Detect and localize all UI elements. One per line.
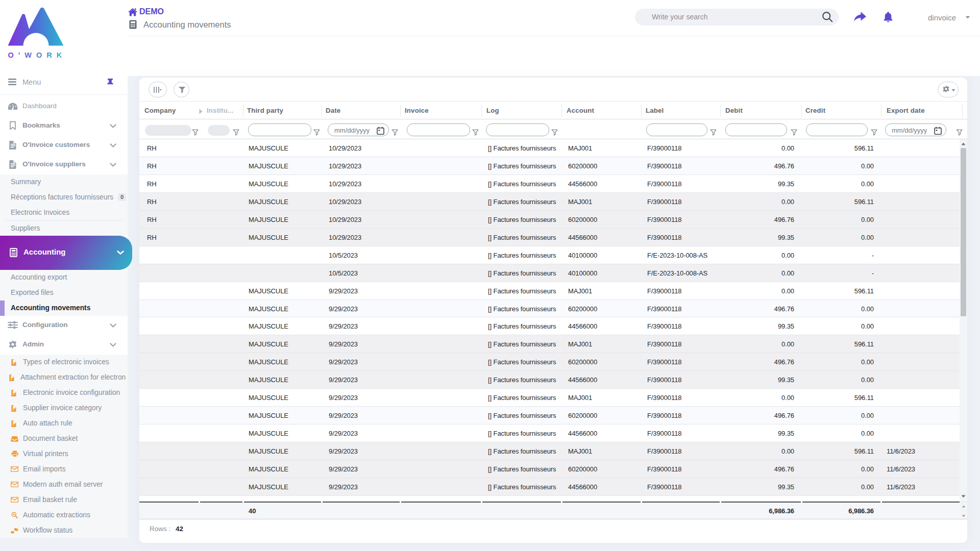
svg-text:O'WORK: O'WORK: [8, 51, 64, 59]
